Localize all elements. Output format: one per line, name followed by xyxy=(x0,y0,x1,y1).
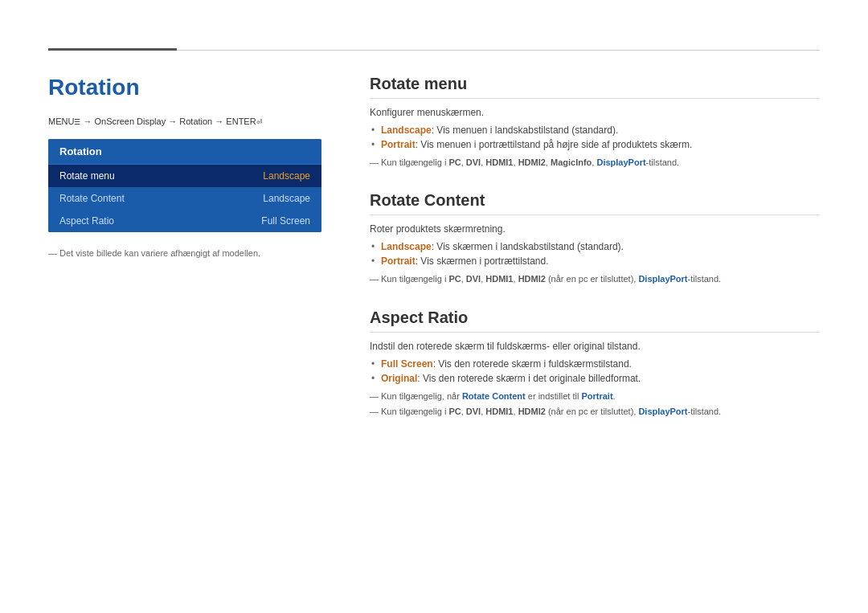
page-title: Rotation xyxy=(48,75,321,100)
menu-row-rotate-content-value: Landscape xyxy=(263,193,310,204)
ui-menu-items: Rotate menu Landscape Rotate Content Lan… xyxy=(48,165,321,232)
bullet-rotate-content-portrait: Portrait: Vis skærmen i portrættilstand. xyxy=(370,255,820,267)
note-magicinfo: MagicInfo xyxy=(551,157,592,167)
menu-path: MENU☰ → OnScreen Display → Rotation → EN… xyxy=(48,116,321,126)
note-rotate-content: Kun tilgængelig i PC, DVI, HDMI1, HDMI2 … xyxy=(370,273,820,285)
section-aspect-ratio: Aspect Ratio Indstil den roterede skærm … xyxy=(370,309,820,419)
menu-row-rotate-content[interactable]: Rotate Content Landscape xyxy=(48,187,321,210)
section-rotate-menu: Rotate menu Konfigurer menuskærmen. Land… xyxy=(370,75,820,169)
note-ar-hdmi1: HDMI1 xyxy=(485,407,513,416)
note-ar-portrait: Portrait xyxy=(581,391,612,401)
note-ar-rotate-content: Rotate Content xyxy=(462,391,526,401)
note-pc: PC xyxy=(448,157,461,167)
section-title-aspect-ratio: Aspect Ratio xyxy=(370,309,820,333)
right-column: Rotate menu Konfigurer menuskærmen. Land… xyxy=(370,75,820,441)
bullet-landscape-highlight: Landscape xyxy=(381,125,432,136)
section-title-rotate-content: Rotate Content xyxy=(370,191,820,215)
divider-dark xyxy=(48,48,177,51)
bullet-rotate-menu-portrait: Portrait: Vis menuen i portrættilstand p… xyxy=(370,139,820,150)
bullet-rotate-menu-landscape: Landscape: Vis menuen i landskabstilstan… xyxy=(370,125,820,136)
ui-menu-title: Rotation xyxy=(48,139,321,165)
note-rc-hdmi2: HDMI2 xyxy=(518,274,546,284)
section-title-rotate-menu: Rotate menu xyxy=(370,75,820,99)
note-aspect-ratio-1: Kun tilgængelig, når Rotate Content er i… xyxy=(370,390,820,403)
note-aspect-ratio-2: Kun tilgængelig i PC, DVI, HDMI1, HDMI2 … xyxy=(370,406,820,418)
bullet-rc-portrait-highlight: Portrait xyxy=(381,255,416,267)
section-rotate-content: Rotate Content Roter produktets skærmret… xyxy=(370,191,820,285)
menu-row-aspect-ratio[interactable]: Aspect Ratio Full Screen xyxy=(48,210,321,232)
note-hdmi1: HDMI1 xyxy=(485,157,513,167)
page-wrapper: Rotation MENU☰ → OnScreen Display → Rota… xyxy=(0,0,868,473)
content-layout: Rotation MENU☰ → OnScreen Display → Rota… xyxy=(48,75,820,441)
bullet-rc-landscape-highlight: Landscape xyxy=(381,241,432,252)
menu-row-aspect-ratio-label: Aspect Ratio xyxy=(59,215,114,227)
menu-path-text: MENU☰ → OnScreen Display → Rotation → EN… xyxy=(48,116,263,126)
divider-light xyxy=(177,50,820,51)
note-ar-displayport: DisplayPort xyxy=(638,407,687,416)
image-note: ― Det viste billede kan variere afhængig… xyxy=(48,248,321,258)
note-displayport: DisplayPort xyxy=(596,157,645,167)
note-rc-dvi: DVI xyxy=(466,274,481,284)
bullet-rotate-content-landscape: Landscape: Vis skærmen i landskabstilsta… xyxy=(370,241,820,252)
bullet-aspect-original: Original: Vis den roterede skærm i det o… xyxy=(370,373,820,384)
section-desc-rotate-content: Roter produktets skærmretning. xyxy=(370,223,820,235)
section-desc-rotate-menu: Konfigurer menuskærmen. xyxy=(370,107,820,118)
menu-row-rotate-content-label: Rotate Content xyxy=(59,193,125,204)
bullet-aspect-fullscreen: Full Screen: Vis den roterede skærm i fu… xyxy=(370,358,820,370)
note-rc-pc: PC xyxy=(448,274,461,284)
menu-row-rotate-menu-value: Landscape xyxy=(263,170,310,182)
note-rotate-menu: Kun tilgængelig i PC, DVI, HDMI1, HDMI2,… xyxy=(370,157,820,169)
menu-row-rotate-menu[interactable]: Rotate menu Landscape xyxy=(48,165,321,187)
note-rc-displayport: DisplayPort xyxy=(638,274,687,284)
bullet-portrait-highlight: Portrait xyxy=(381,139,416,150)
ui-menu: Rotation Rotate menu Landscape Rotate Co… xyxy=(48,139,321,232)
left-column: Rotation MENU☰ → OnScreen Display → Rota… xyxy=(48,75,321,441)
note-ar-dvi: DVI xyxy=(466,407,481,416)
menu-row-aspect-ratio-value: Full Screen xyxy=(261,215,310,227)
bullet-list-aspect-ratio: Full Screen: Vis den roterede skærm i fu… xyxy=(370,358,820,384)
note-rc-hdmi1: HDMI1 xyxy=(485,274,513,284)
bullet-ar-fullscreen-highlight: Full Screen xyxy=(381,358,433,370)
bullet-list-rotate-menu: Landscape: Vis menuen i landskabstilstan… xyxy=(370,125,820,150)
note-ar-hdmi2: HDMI2 xyxy=(518,407,546,416)
top-dividers xyxy=(48,48,820,51)
bullet-ar-original-highlight: Original xyxy=(381,373,417,384)
section-desc-aspect-ratio: Indstil den roterede skærm til fuldskærm… xyxy=(370,341,820,352)
note-ar-pc: PC xyxy=(448,407,461,416)
note-hdmi2: HDMI2 xyxy=(518,157,546,167)
note-dvi: DVI xyxy=(466,157,481,167)
bullet-list-rotate-content: Landscape: Vis skærmen i landskabstilsta… xyxy=(370,241,820,267)
menu-row-rotate-menu-label: Rotate menu xyxy=(59,170,115,182)
